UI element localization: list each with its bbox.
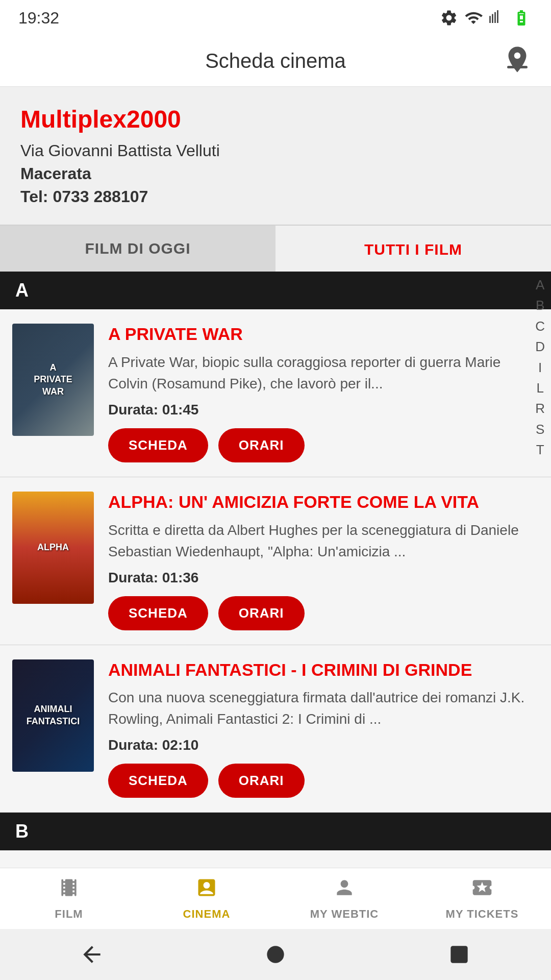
film-icon: [58, 876, 80, 903]
poster-text-private-war: APRIVATEWAR: [34, 362, 72, 398]
system-nav: [0, 929, 551, 980]
cinema-address: Via Giovanni Battista Velluti: [20, 141, 531, 160]
orari-button-private-war[interactable]: ORARI: [218, 428, 305, 462]
scheda-button-private-war[interactable]: SCHEDA: [108, 428, 208, 462]
alpha-b[interactable]: B: [536, 296, 544, 314]
page-title: Scheda cinema: [205, 50, 346, 72]
nav-item-cinema[interactable]: CINEMA: [138, 868, 276, 929]
tel-label: Tel:: [20, 187, 48, 206]
film-desc-alpha: Scritta e diretta da Albert Hughes per l…: [108, 520, 539, 562]
alpha-c[interactable]: C: [535, 317, 545, 335]
film-desc-private-war: A Private War, biopic sulla coraggiosa r…: [108, 352, 539, 395]
film-title-animali: ANIMALI FANTASTICI - I CRIMINI DI GRINDE: [108, 659, 539, 680]
nav-label-film: FILM: [55, 908, 83, 921]
nav-label-cinema: CINEMA: [183, 908, 231, 921]
film-duration-animali: Durata: 02:10: [108, 737, 539, 753]
map-icon[interactable]: [502, 44, 533, 78]
svg-rect-0: [507, 66, 528, 68]
nav-item-film[interactable]: FILM: [0, 868, 138, 929]
film-title-alpha: ALPHA: UN' AMICIZIA FORTE COME LA VITA: [108, 492, 539, 512]
nav-item-mywebtic[interactable]: MY WEBTIC: [276, 868, 413, 929]
scheda-button-animali[interactable]: SCHEDA: [108, 764, 208, 798]
recent-button[interactable]: [439, 934, 480, 975]
user-icon: [333, 876, 356, 903]
tabs-container: FILM DI OGGI TUTTI I FILM: [0, 226, 551, 272]
signal-icon: [489, 9, 504, 27]
cinema-icon: [195, 876, 218, 903]
alpha-l[interactable]: L: [536, 379, 543, 397]
status-bar: 19:32: [0, 0, 551, 36]
film-item-private-war: APRIVATEWAR A PRIVATE WAR A Private War,…: [0, 309, 551, 477]
cinema-city: Macerata: [20, 164, 531, 183]
film-item-animali: ANIMALIFANTASTICI ANIMALI FANTASTICI - I…: [0, 645, 551, 813]
poster-text-alpha: ALPHA: [37, 542, 69, 553]
back-button[interactable]: [71, 934, 112, 975]
alpha-r[interactable]: R: [535, 399, 545, 418]
home-button[interactable]: [255, 934, 296, 975]
alpha-t[interactable]: T: [536, 440, 544, 459]
film-info-animali: ANIMALI FANTASTICI - I CRIMINI DI GRINDE…: [108, 659, 539, 798]
battery-icon: [510, 9, 533, 27]
film-buttons-alpha: SCHEDA ORARI: [108, 596, 539, 630]
section-header-b: B: [0, 813, 551, 850]
cinema-info-card: Multiplex2000 Via Giovanni Battista Vell…: [0, 87, 551, 226]
orari-button-alpha[interactable]: ORARI: [218, 596, 305, 630]
film-poster-animali: ANIMALIFANTASTICI: [12, 659, 94, 772]
tab-film-di-oggi[interactable]: FILM DI OGGI: [0, 226, 276, 272]
svg-rect-2: [450, 946, 467, 963]
alpha-s[interactable]: S: [536, 420, 544, 438]
app-header: Scheda cinema: [0, 36, 551, 87]
cinema-tel: Tel: 0733 288107: [20, 187, 531, 206]
alpha-a[interactable]: A: [536, 276, 544, 294]
alpha-d[interactable]: D: [535, 337, 545, 356]
film-duration-private-war: Durata: 01:45: [108, 402, 539, 418]
gear-icon: [440, 9, 458, 27]
film-poster-alpha: ALPHA: [12, 492, 94, 604]
tab-tutti-i-film[interactable]: TUTTI I FILM: [276, 226, 551, 272]
film-desc-animali: Con una nuova sceneggiatura firmata dall…: [108, 687, 539, 730]
film-list: APRIVATEWAR A PRIVATE WAR A Private War,…: [0, 309, 551, 813]
film-info-private-war: A PRIVATE WAR A Private War, biopic sull…: [108, 324, 539, 462]
status-time: 19:32: [18, 9, 59, 28]
film-title-private-war: A PRIVATE WAR: [108, 324, 539, 345]
wifi-icon: [464, 9, 483, 27]
film-poster-private-war: APRIVATEWAR: [12, 324, 94, 436]
poster-text-animali: ANIMALIFANTASTICI: [27, 703, 80, 727]
scheda-button-alpha[interactable]: SCHEDA: [108, 596, 208, 630]
section-header-a: A: [0, 272, 551, 309]
film-item-alpha: ALPHA ALPHA: UN' AMICIZIA FORTE COME LA …: [0, 477, 551, 645]
cinema-name: Multiplex2000: [20, 105, 531, 133]
nav-label-mytickets: MY TICKETS: [446, 908, 519, 921]
alphabet-sidebar: A B C D I L R S T: [529, 271, 551, 464]
film-buttons-private-war: SCHEDA ORARI: [108, 428, 539, 462]
bottom-nav: FILM CINEMA MY WEBTIC MY TICKETS: [0, 868, 551, 929]
status-icons: [440, 9, 533, 27]
svg-point-1: [267, 946, 284, 963]
film-info-alpha: ALPHA: UN' AMICIZIA FORTE COME LA VITA S…: [108, 492, 539, 630]
alpha-i[interactable]: I: [538, 358, 542, 377]
nav-item-mytickets[interactable]: MY TICKETS: [413, 868, 551, 929]
nav-label-mywebtic: MY WEBTIC: [310, 908, 379, 921]
ticket-icon: [471, 876, 493, 903]
orari-button-animali[interactable]: ORARI: [218, 764, 305, 798]
tel-number: 0733 288107: [53, 187, 148, 206]
film-duration-alpha: Durata: 01:36: [108, 570, 539, 586]
film-buttons-animali: SCHEDA ORARI: [108, 764, 539, 798]
